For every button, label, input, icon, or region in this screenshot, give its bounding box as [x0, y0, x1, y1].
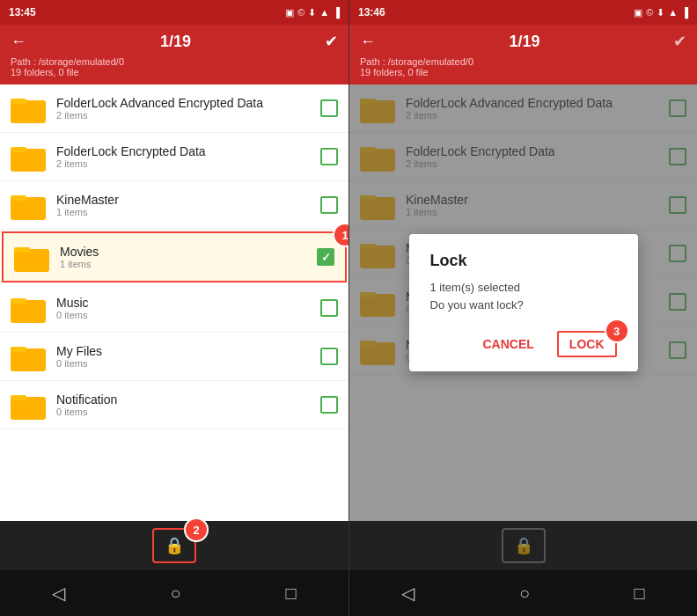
list-item[interactable]: My Files 0 items	[0, 333, 348, 381]
dialog-overlay: Lock 1 item(s) selected Do you want lock…	[349, 84, 697, 521]
folder-icon	[11, 293, 46, 323]
dialog-body-line2: Do you want lock?	[430, 298, 524, 312]
folder-name: My Files	[56, 344, 320, 358]
folder-info: My Files 0 items	[56, 344, 320, 369]
svg-rect-11	[11, 347, 26, 352]
sim-icon: ▣	[285, 7, 294, 18]
lock-dialog: Lock 1 item(s) selected Do you want lock…	[409, 234, 638, 371]
svg-rect-3	[11, 147, 26, 152]
list-item[interactable]: Notification 0 items	[0, 381, 348, 429]
folder-name: FolderLock Encrypted Data	[56, 144, 320, 158]
folder-items: 2 items	[56, 110, 320, 121]
download-icon: ⬇	[308, 7, 316, 18]
right-recent-nav-button[interactable]: □	[617, 576, 663, 611]
right-back-nav-button[interactable]: ◁	[384, 576, 432, 611]
folder-checkbox[interactable]	[320, 99, 338, 117]
svg-rect-1	[11, 99, 26, 104]
copyright-icon: ©	[646, 7, 653, 18]
folder-info: Notification 0 items	[56, 392, 320, 417]
folder-info: Music 0 items	[56, 296, 320, 320]
right-header-title: 1/19	[509, 33, 539, 51]
folder-checkbox[interactable]	[320, 196, 338, 214]
right-folder-list: FolderLock Advanced Encrypted Data 2 ite…	[349, 84, 697, 521]
movies-list-item[interactable]: Movies 1 items	[2, 231, 347, 282]
right-status-bar: 13:46 ▣ © ⬇ ▲ ▐	[349, 0, 697, 25]
right-check-icon: ✔	[673, 32, 686, 51]
list-item[interactable]: KineMaster 1 items	[0, 181, 348, 230]
folder-items: 0 items	[56, 358, 320, 369]
folder-info: FolderLock Advanced Encrypted Data 2 ite…	[56, 96, 320, 121]
folder-checkbox-checked[interactable]	[317, 248, 334, 266]
folder-icon	[11, 390, 46, 420]
battery-icon: ▐	[333, 7, 340, 18]
dialog-body: 1 item(s) selected Do you want lock?	[430, 279, 617, 313]
folder-checkbox[interactable]	[320, 396, 338, 414]
folder-checkbox[interactable]	[320, 299, 338, 317]
lock-button-container: 🔒 2	[152, 528, 196, 563]
right-lock-button-container: 🔒	[502, 528, 546, 563]
download-icon: ⬇	[657, 7, 664, 18]
left-app-header: ← 1/19 ✔ Path : /storage/emulated/0 19 f…	[0, 25, 348, 84]
folder-name: KineMaster	[56, 193, 320, 207]
folder-checkbox[interactable]	[320, 348, 338, 365]
right-nav-bar: ◁ ○ □	[349, 570, 697, 616]
folder-icon	[11, 93, 46, 123]
left-nav-bar: ◁ ○ □	[0, 570, 348, 616]
svg-rect-5	[11, 195, 26, 201]
folder-name: FolderLock Advanced Encrypted Data	[56, 96, 320, 110]
folder-name: Notification	[56, 392, 320, 407]
folder-icon	[11, 142, 46, 172]
folder-icon	[11, 190, 46, 220]
copyright-icon: ©	[297, 7, 304, 18]
left-folder-list: FolderLock Advanced Encrypted Data 2 ite…	[0, 84, 348, 521]
right-bottom-toolbar: 🔒	[349, 521, 697, 570]
left-bottom-toolbar: 🔒 2	[0, 521, 348, 570]
list-item[interactable]: FolderLock Advanced Encrypted Data 2 ite…	[0, 84, 348, 133]
lock-icon: 🔒	[514, 536, 533, 555]
dialog-actions: CANCEL LOCK 3	[430, 331, 617, 357]
folder-info: FolderLock Encrypted Data 2 items	[56, 144, 320, 169]
step2-badge: 2	[184, 517, 209, 542]
left-header-title: 1/19	[160, 33, 191, 51]
right-path: Path : /storage/emulated/0	[360, 56, 686, 67]
dialog-body-line1: 1 item(s) selected	[430, 281, 521, 294]
folder-icon	[14, 242, 49, 272]
dialog-title: Lock	[430, 252, 617, 270]
folder-icon	[11, 341, 46, 371]
list-item[interactable]: FolderLock Encrypted Data 2 items	[0, 133, 348, 181]
right-time: 13:46	[358, 6, 385, 18]
left-path: Path : /storage/emulated/0	[11, 56, 338, 67]
folder-items: 2 items	[56, 158, 320, 169]
left-status-bar: 13:45 ▣ © ⬇ ▲ ▐	[0, 0, 348, 25]
folder-name: Music	[56, 296, 320, 310]
wifi-icon: ▲	[668, 7, 678, 18]
svg-rect-7	[14, 247, 30, 253]
dialog-cancel-button[interactable]: CANCEL	[473, 331, 542, 357]
recent-nav-button[interactable]: □	[268, 576, 313, 611]
folder-items: 1 items	[60, 259, 317, 269]
left-folder-info: 19 folders, 0 file	[11, 67, 338, 77]
step3-badge: 3	[605, 319, 629, 343]
left-back-button[interactable]: ←	[11, 33, 26, 51]
left-panel: 13:45 ▣ © ⬇ ▲ ▐ ← 1/19 ✔ Path : /storage…	[0, 0, 348, 616]
right-app-header: ← 1/19 ✔ Path : /storage/emulated/0 19 f…	[349, 25, 697, 84]
folder-info: KineMaster 1 items	[56, 193, 320, 217]
right-lock-button[interactable]: 🔒	[502, 528, 546, 563]
svg-rect-9	[11, 298, 26, 304]
folder-items: 0 items	[56, 310, 320, 320]
right-home-nav-button[interactable]: ○	[502, 576, 547, 611]
list-item[interactable]: Music 0 items	[0, 284, 348, 333]
home-nav-button[interactable]: ○	[152, 576, 198, 611]
folder-items: 0 items	[56, 407, 320, 417]
folder-items: 1 items	[56, 207, 320, 217]
folder-checkbox[interactable]	[320, 148, 338, 165]
left-status-icons: ▣ © ⬇ ▲ ▐	[285, 7, 340, 18]
folder-info: Movies 1 items	[60, 245, 317, 269]
back-nav-button[interactable]: ◁	[34, 576, 83, 611]
right-status-icons: ▣ © ⬇ ▲ ▐	[634, 7, 688, 18]
left-select-all-button[interactable]: ✔	[325, 32, 338, 51]
wifi-icon: ▲	[319, 7, 329, 18]
battery-icon: ▐	[681, 7, 688, 18]
right-back-button[interactable]: ←	[360, 33, 376, 51]
right-folder-info: 19 folders, 0 file	[360, 67, 686, 77]
